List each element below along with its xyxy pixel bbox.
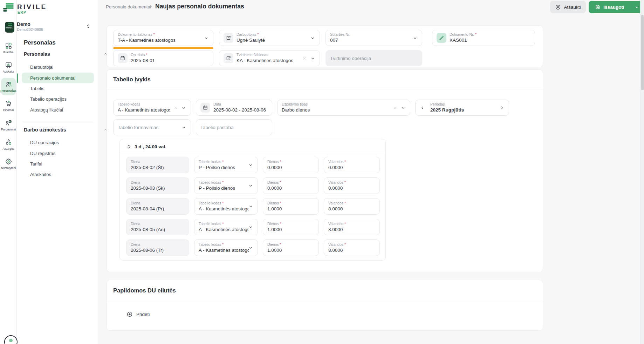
calendar-icon[interactable] bbox=[200, 103, 210, 113]
rail-item-pardavimai[interactable]: Pardavimai bbox=[1, 116, 16, 134]
rail-item-personalas[interactable]: Personalas bbox=[1, 78, 16, 95]
dokumento-nr-field[interactable]: Dokumento Nr.KAS001 bbox=[432, 30, 535, 46]
document-form-card: Dokumento šablonasT-A - Kasmetinės atost… bbox=[107, 25, 543, 67]
dienos-field[interactable]: Dienos0.0000 bbox=[263, 157, 319, 173]
chevron-down-icon[interactable] bbox=[248, 204, 253, 209]
sidebar-item-darbuotojai[interactable]: Darbuotojai bbox=[30, 65, 54, 70]
sidebar-item-ataskaitos[interactable]: Ataskaitos bbox=[30, 172, 51, 177]
company-selector[interactable]: RIVILE Demo Demo20240906 bbox=[0, 19, 98, 35]
chevron-up-icon[interactable] bbox=[103, 52, 108, 56]
dokumento-sablonas-field[interactable]: Dokumento šablonasT-A - Kasmetinės atost… bbox=[113, 30, 213, 46]
valandos-field[interactable]: Valandos0.0000 bbox=[324, 157, 380, 173]
external-link-icon[interactable] bbox=[224, 53, 233, 63]
help-icon bbox=[9, 339, 13, 342]
chevron-right-icon[interactable] bbox=[499, 105, 505, 110]
chevron-down-icon[interactable] bbox=[310, 56, 315, 61]
external-link-icon[interactable] bbox=[224, 33, 233, 43]
sidebar-item-personalo-dokumentai[interactable]: Personalo dokumentai bbox=[22, 73, 94, 83]
sidebar-group-personalas[interactable]: Personalas bbox=[24, 51, 50, 57]
sidebar-item-du-operacijos[interactable]: DU operacijos bbox=[30, 140, 59, 145]
field-label: Dienos bbox=[267, 201, 314, 205]
chevron-down-icon[interactable] bbox=[400, 105, 406, 110]
tabelio-pastaba-field[interactable]: Tabelio pastaba bbox=[196, 119, 272, 135]
chevron-up-icon[interactable] bbox=[103, 127, 108, 132]
sidebar-item-atostogu-likuciai[interactable]: Atostogų likučiai bbox=[30, 107, 63, 113]
valandos-field[interactable]: Valandos0.0000 bbox=[324, 177, 380, 194]
field-label: Tabelio kodas bbox=[199, 180, 245, 185]
calendar-icon[interactable] bbox=[118, 53, 128, 63]
field-label: Valandos bbox=[328, 180, 375, 185]
active-item-indicator bbox=[17, 73, 18, 83]
valandos-field[interactable]: Valandos8.0000 bbox=[324, 198, 380, 215]
rail-label: Pirkimai bbox=[3, 108, 14, 112]
chevron-down-icon[interactable] bbox=[412, 35, 418, 41]
rail-item-apskaita[interactable]: Apskaita bbox=[1, 59, 16, 76]
uzpildymo-tipas-field[interactable]: Užpildymo tipasDarbo dienos bbox=[277, 100, 410, 116]
tabelio-formavimas-field[interactable]: Tabelio formavimas bbox=[113, 119, 191, 135]
scrollbar-thumb[interactable] bbox=[641, 15, 644, 90]
sidebar-item-du-registras[interactable]: DU registras bbox=[30, 151, 55, 156]
add-row-label: Pridėti bbox=[136, 312, 150, 317]
rail-item-atsargos[interactable]: Atsargos bbox=[1, 136, 16, 153]
periodas-field[interactable]: Periodas2025 Rugpjūtis bbox=[415, 100, 509, 116]
dienos-field[interactable]: Dienos1.0000 bbox=[263, 198, 319, 215]
dienos-field[interactable]: Dienos0.0000 bbox=[263, 177, 319, 194]
tvirtinimo-sablonas-field[interactable]: Tvirtinimo šablonasKA - Kasmetinės atost… bbox=[219, 50, 320, 66]
scrollbar[interactable] bbox=[640, 0, 644, 344]
save-button[interactable]: Išsaugoti bbox=[589, 1, 643, 13]
clear-icon[interactable] bbox=[393, 106, 397, 110]
rail-item-nustatymai[interactable]: Nustatymai bbox=[1, 155, 16, 173]
valandos-field[interactable]: Valandos8.0000 bbox=[324, 240, 380, 256]
clear-icon[interactable] bbox=[173, 106, 178, 110]
save-main-segment[interactable]: Išsaugoti bbox=[589, 1, 631, 13]
row-tabelio-kodas-field[interactable]: Tabelio kodasP - Poilsio dienos bbox=[194, 157, 258, 173]
sidebar-item-tabelis[interactable]: Tabelis bbox=[30, 86, 44, 91]
data-field[interactable]: Data2025-08-02 - 2025-08-06 bbox=[196, 100, 272, 116]
add-row-button[interactable]: Pridėti bbox=[126, 311, 150, 317]
row-tabelio-kodas-field[interactable]: Tabelio kodasA - Kasmetinės atostogos bbox=[194, 240, 258, 256]
rail-label: Atsargos bbox=[2, 147, 14, 150]
sidebar-item-tabelio-operacijos[interactable]: Tabelio operacijos bbox=[30, 96, 67, 102]
dienos-field[interactable]: Dienos1.0000 bbox=[263, 219, 319, 235]
chevron-down-icon[interactable] bbox=[204, 35, 209, 41]
field-label: Tabelio kodas bbox=[199, 201, 249, 205]
sutarties-nr-field[interactable]: Sutarties Nr.007 bbox=[326, 30, 422, 46]
chevron-down-icon[interactable] bbox=[181, 125, 186, 130]
row-tabelio-kodas-field[interactable]: Tabelio kodasA - Kasmetinės atostogos bbox=[194, 219, 258, 235]
field-label: Diena bbox=[131, 242, 185, 247]
valandos-field[interactable]: Valandos8.0000 bbox=[324, 219, 380, 235]
chevron-down-icon[interactable] bbox=[248, 224, 253, 230]
rail-item-pirkimai[interactable]: Pirkimai bbox=[1, 97, 16, 115]
rail-item-pradzia[interactable]: Pradžia bbox=[1, 39, 16, 57]
rail-label: Apskaita bbox=[3, 70, 14, 73]
chevron-down-icon[interactable] bbox=[248, 162, 253, 168]
chevron-down-icon[interactable] bbox=[181, 105, 186, 110]
updown-arrows-icon[interactable] bbox=[126, 144, 131, 149]
chevron-left-icon[interactable] bbox=[420, 105, 425, 110]
chevron-down-icon[interactable] bbox=[310, 35, 315, 41]
row-tabelio-kodas-field[interactable]: Tabelio kodasA - Kasmetinės atostogos bbox=[194, 198, 258, 215]
field-label: Dokumento Nr. bbox=[450, 32, 530, 37]
page-title: Naujas personalo dokumentas bbox=[155, 3, 244, 10]
op-data-field[interactable]: Op. data2025-08-01 bbox=[113, 50, 213, 66]
breadcrumb[interactable]: Personalo dokumentai bbox=[106, 4, 151, 9]
darbuotojas-field[interactable]: DarbuotojasUgnė Saulytė bbox=[219, 30, 320, 46]
dienos-field[interactable]: Dienos1.0000 bbox=[263, 240, 319, 256]
menu-toggle-icon[interactable] bbox=[3, 3, 14, 12]
chevron-down-icon[interactable] bbox=[248, 245, 253, 250]
tabelio-kodas-field[interactable]: Tabelio kodasA - Kasmetinės atostogos bbox=[113, 100, 191, 116]
cancel-button[interactable]: Atšaukti bbox=[550, 1, 586, 13]
field-label: Tabelio kodas bbox=[199, 160, 245, 164]
sidebar-group-darbo-uzmokestis[interactable]: Darbo užmokestis bbox=[24, 127, 66, 133]
chevron-down-icon[interactable] bbox=[248, 183, 253, 188]
sidebar-item-tarifai[interactable]: Tarifai bbox=[30, 161, 42, 167]
field-value: T-A - Kasmetinės atostogos bbox=[118, 37, 200, 43]
diena-field: Diena2025-08-04 (Pr) bbox=[126, 198, 189, 215]
field-value: 0.0000 bbox=[328, 164, 375, 171]
row-tabelio-kodas-field[interactable]: Tabelio kodasP - Poilsio dienos bbox=[194, 177, 258, 194]
brand-header: RIVILE ERP bbox=[0, 0, 98, 17]
brand-logo: RIVILE bbox=[17, 3, 47, 11]
field-value: 2025-08-03 (Sk) bbox=[131, 185, 185, 191]
field-value: A - Kasmetinės atostogos bbox=[199, 227, 249, 233]
clear-icon[interactable] bbox=[302, 56, 307, 61]
